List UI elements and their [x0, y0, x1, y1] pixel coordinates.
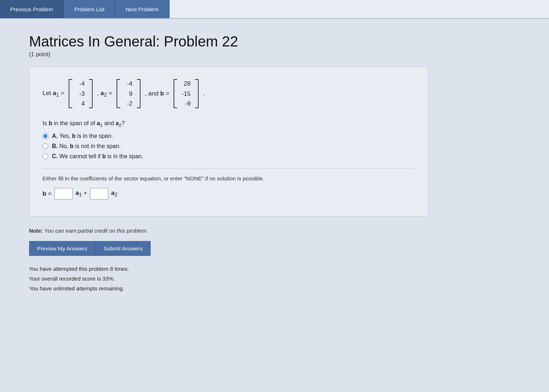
matrix-b: 28 -15 -9 [174, 78, 199, 110]
radio-b[interactable] [42, 143, 48, 149]
score-text: Your overall recorded score is 33%. [29, 274, 527, 283]
top-navigation: Previous Problem Problem List Next Probl… [0, 0, 549, 19]
problem-list-button[interactable]: Problem List [64, 0, 115, 18]
matrix-a1-values: -4 -3 4 [74, 78, 88, 110]
matrix-b-values: 28 -15 -9 [179, 78, 194, 110]
answer-options: A. Yes, b is in the span. B. No, b is no… [42, 133, 415, 160]
coefficient-2-input[interactable] [90, 188, 108, 200]
vector-equation: b = a1 + a2 [42, 188, 415, 200]
matrix-equation: Let a1 = -4 -3 4 , a2 = -4 9 -2 [42, 78, 415, 110]
main-content: Matrices In General: Problem 22 (1 point… [0, 19, 549, 392]
previous-problem-button[interactable]: Previous Problem [0, 0, 64, 18]
next-problem-button[interactable]: Next Problem [115, 0, 170, 18]
let-text: Let a1 = [42, 90, 64, 98]
and-b-text: , and b = [145, 90, 170, 97]
unlimited-text: You have unlimited attempts remaining. [29, 283, 527, 293]
problem-points: (1 point) [29, 51, 527, 58]
problem-title: Matrices In General: Problem 22 [29, 33, 527, 50]
action-buttons: Preview My Answers Submit Answers [29, 241, 527, 256]
comma-a2-text: , a2 = [97, 90, 112, 98]
submit-answers-button[interactable]: Submit Answers [95, 241, 151, 256]
instruction-text: Either fill in the coefficients of the v… [42, 168, 415, 181]
note-section: Note: You can earn partial credit on thi… [29, 228, 527, 234]
attempts-text: You have attempted this problem 8 times. [29, 264, 527, 274]
option-a[interactable]: A. Yes, b is in the span. [42, 133, 415, 139]
option-b[interactable]: B. No, b is not in the span. [42, 143, 415, 150]
question-text: Is b in the span of of a1 and a2? [42, 120, 415, 128]
matrix-a2: -4 9 -2 [117, 78, 141, 110]
preview-answers-button[interactable]: Preview My Answers [29, 241, 95, 256]
problem-box: Let a1 = -4 -3 4 , a2 = -4 9 -2 [29, 66, 428, 217]
coefficient-1-input[interactable] [54, 188, 73, 200]
attempt-info: You have attempted this problem 8 times.… [29, 264, 527, 293]
matrix-a1: -4 -3 4 [69, 78, 93, 110]
radio-c[interactable] [42, 154, 48, 159]
radio-a[interactable] [42, 133, 48, 139]
matrix-a2-values: -4 9 -2 [122, 78, 135, 110]
option-c[interactable]: C. We cannot tell if b is in the span. [42, 153, 415, 160]
